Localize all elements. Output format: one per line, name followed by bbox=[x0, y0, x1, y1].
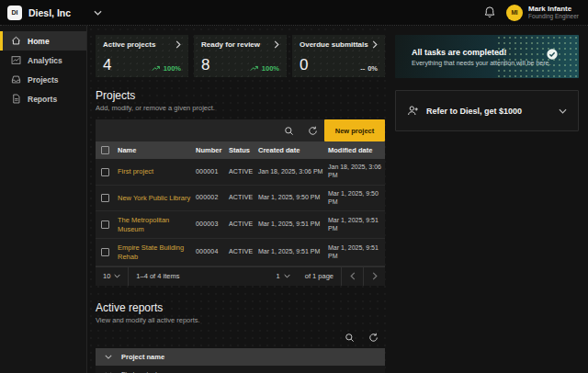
stat-trend: -- 0% bbox=[360, 64, 378, 73]
reports-table: Project name First project New York Publ… bbox=[96, 348, 385, 373]
sidebar-item-label: Reports bbox=[28, 95, 57, 104]
user-menu[interactable]: MI Mark Infante Founding Engineer bbox=[506, 5, 579, 21]
stat-value: 0 bbox=[300, 57, 308, 73]
stat-card-overdue-submittals[interactable]: Overdue submittals 0 -- 0% bbox=[292, 35, 385, 77]
company-name: Diesl, Inc bbox=[28, 7, 71, 18]
project-link[interactable]: The Metropolitan Museum bbox=[118, 216, 169, 232]
stat-card-ready-for-review[interactable]: Ready for review 8 100% bbox=[194, 35, 287, 77]
projects-table-header: Name Number Status Created date Modified… bbox=[96, 141, 385, 159]
stat-trend: 100% bbox=[152, 64, 181, 73]
main-content: Active projects 4 100% bbox=[87, 26, 388, 373]
chevron-right-icon[interactable] bbox=[372, 40, 378, 49]
trend-up-icon bbox=[152, 65, 161, 72]
chevron-down-icon bbox=[94, 10, 102, 16]
chevron-right-icon[interactable] bbox=[363, 267, 385, 286]
tasks-completed-banner: All tasks are completed! Everything that… bbox=[395, 35, 579, 78]
search-icon[interactable] bbox=[277, 119, 300, 141]
user-role: Founding Engineer bbox=[528, 13, 579, 20]
stat-label: Ready for review bbox=[201, 40, 260, 49]
page-select[interactable]: 1 bbox=[269, 267, 298, 286]
referral-card[interactable]: Refer to Diesl, get $1000 bbox=[395, 90, 579, 131]
projects-toolbar: New project bbox=[96, 119, 385, 141]
page-count-label: of 1 page bbox=[298, 267, 341, 286]
projects-title: Projects bbox=[96, 89, 385, 102]
new-project-button[interactable]: New project bbox=[324, 119, 385, 141]
row-checkbox[interactable] bbox=[101, 168, 109, 176]
banner-title: All tasks are completed! bbox=[412, 48, 550, 57]
stat-trend: 100% bbox=[250, 64, 279, 73]
company-logo: DI bbox=[7, 6, 22, 20]
sidebar-item-label: Projects bbox=[28, 75, 59, 85]
stat-value: 8 bbox=[201, 57, 209, 73]
project-link[interactable]: New York Public Library bbox=[118, 194, 190, 202]
items-range-label: 1–4 of 4 items bbox=[129, 267, 268, 286]
row-checkbox[interactable] bbox=[101, 220, 109, 229]
project-link[interactable]: Empire State Building Rehab bbox=[118, 243, 184, 260]
reports-subtitle: View and modify all active reports. bbox=[96, 316, 385, 324]
analytics-icon bbox=[11, 55, 21, 65]
user-name: Mark Infante bbox=[528, 5, 579, 14]
search-icon[interactable] bbox=[337, 333, 361, 343]
projects-icon bbox=[11, 74, 21, 85]
dash-icon: -- bbox=[360, 64, 365, 73]
refresh-icon[interactable] bbox=[300, 119, 324, 141]
row-checkbox[interactable] bbox=[101, 248, 109, 256]
stat-label: Overdue submittals bbox=[300, 40, 368, 49]
refresh-icon[interactable] bbox=[361, 333, 385, 343]
table-row: First project 000001 ACTIVE Jan 18, 2025… bbox=[96, 159, 385, 186]
company-switcher[interactable]: DI Diesl, Inc bbox=[7, 6, 102, 20]
column-header-status[interactable]: Status bbox=[229, 141, 258, 159]
table-row: New York Public Library 000002 ACTIVE Ma… bbox=[96, 186, 385, 212]
table-row: The Metropolitan Museum 000003 ACTIVE Ma… bbox=[96, 211, 385, 239]
project-link[interactable]: First project bbox=[118, 167, 153, 175]
reports-title: Active reports bbox=[96, 301, 385, 314]
stat-label: Active projects bbox=[103, 40, 155, 49]
list-item[interactable]: First project bbox=[96, 366, 385, 373]
stat-cards: Active projects 4 100% bbox=[96, 35, 385, 77]
chevron-right-icon[interactable] bbox=[175, 40, 181, 49]
chevron-left-icon[interactable] bbox=[341, 267, 363, 286]
column-header-number[interactable]: Number bbox=[196, 141, 229, 159]
avatar: MI bbox=[506, 5, 523, 21]
column-header-created[interactable]: Created date bbox=[258, 141, 328, 159]
sidebar: Home Analytics Projects Reports bbox=[0, 26, 87, 373]
referral-label: Refer to Diesl, get $1000 bbox=[426, 107, 551, 116]
stat-card-active-projects[interactable]: Active projects 4 100% bbox=[96, 35, 188, 77]
column-header-name[interactable]: Name bbox=[118, 141, 196, 159]
projects-subtitle: Add, modify, or remove a given project. bbox=[96, 104, 385, 112]
sidebar-item-analytics[interactable]: Analytics bbox=[0, 51, 86, 70]
right-panel: All tasks are completed! Everything that… bbox=[388, 26, 588, 373]
table-row: Empire State Building Rehab 000004 ACTIV… bbox=[96, 239, 385, 266]
sidebar-item-home[interactable]: Home bbox=[0, 31, 86, 51]
row-checkbox[interactable] bbox=[101, 194, 109, 202]
chevron-down-icon bbox=[559, 108, 567, 114]
reports-table-header: Project name bbox=[96, 348, 385, 366]
sidebar-item-label: Analytics bbox=[28, 56, 62, 65]
sidebar-item-projects[interactable]: Projects bbox=[0, 70, 86, 89]
sidebar-item-reports[interactable]: Reports bbox=[0, 89, 86, 108]
projects-table: Name Number Status Created date Modified… bbox=[96, 141, 385, 286]
notifications-bell-icon[interactable] bbox=[482, 5, 497, 20]
column-header-modified[interactable]: Modified date bbox=[328, 141, 385, 159]
page-size-select[interactable]: 10 bbox=[96, 267, 129, 286]
chevron-down-icon[interactable] bbox=[105, 355, 112, 359]
trend-up-icon bbox=[250, 65, 259, 72]
check-circle-icon bbox=[546, 48, 559, 61]
home-icon bbox=[11, 36, 21, 46]
stat-value: 4 bbox=[103, 57, 111, 73]
select-all-checkbox[interactable] bbox=[101, 146, 109, 154]
chevron-right-icon[interactable] bbox=[274, 40, 279, 49]
pagination-bar: 10 1–4 of 4 items 1 of 1 page bbox=[96, 266, 385, 286]
reports-icon bbox=[11, 94, 21, 104]
sidebar-item-label: Home bbox=[28, 37, 50, 46]
reports-toolbar bbox=[96, 328, 385, 348]
chevron-down-icon bbox=[284, 274, 290, 278]
banner-subtitle: Everything that needs your attention wil… bbox=[412, 60, 550, 66]
column-header-project-name[interactable]: Project name bbox=[121, 353, 164, 361]
top-bar: DI Diesl, Inc MI Mark Infante Founding E… bbox=[0, 0, 588, 26]
person-add-icon bbox=[407, 105, 419, 117]
chevron-down-icon bbox=[114, 274, 120, 278]
